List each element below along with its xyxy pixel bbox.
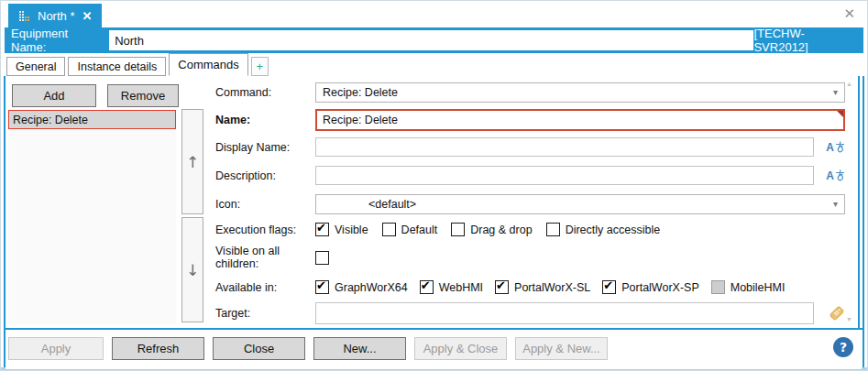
icon-dropdown[interactable]: <default> ▾ [315, 194, 845, 214]
footer-button-bar: Apply Refresh Close New... Apply & Close… [5, 330, 862, 369]
tag-icon [828, 305, 845, 322]
command-list[interactable]: Recipe: Delete [8, 110, 176, 324]
visible-all-children-label: Visible on all children: [215, 245, 315, 270]
help-button[interactable]: ? [833, 337, 853, 357]
checkbox-default[interactable]: Default [382, 223, 438, 236]
hiragana-a-glyph [835, 141, 845, 153]
question-mark-icon: ? [840, 340, 847, 355]
target-row: Target: [215, 302, 845, 324]
checkbox-checked-icon: ✔ [602, 280, 616, 294]
list-toolbar: Add Remove [12, 84, 179, 107]
command-row: Command: Recipe: Delete ▾ [215, 82, 845, 103]
equipment-name-label: Equipment Name: [11, 27, 104, 54]
command-dropdown[interactable]: Recipe: Delete ▾ [315, 82, 845, 103]
checkbox-disabled-icon [711, 280, 725, 294]
scroll-up-icon[interactable]: ▲ [846, 81, 852, 87]
checkbox-graphworx64[interactable]: ✔ GraphWorX64 [315, 280, 408, 294]
equipment-name-input[interactable] [109, 30, 753, 50]
document-tab-title: North * [38, 9, 74, 23]
checkbox-mobilehmi: MobileHMI [711, 280, 786, 294]
checkbox-webhmi[interactable]: ✔ WebHMI [420, 280, 483, 294]
name-label: Name: [215, 114, 315, 126]
execution-flags-row: Execution flags: ✔ Visible Default Drag … [215, 223, 845, 236]
new-button[interactable]: New... [313, 337, 406, 360]
checkbox-drag-drop[interactable]: Drag & drop [451, 223, 532, 236]
server-name-label: [TECHW-SVR2012] [753, 27, 857, 54]
remove-button[interactable]: Remove [107, 84, 179, 107]
description-row: Description: A [215, 166, 845, 185]
visible-all-children-row: Visible on all children: [215, 245, 845, 270]
scroll-down-icon[interactable]: ▼ [846, 316, 852, 322]
equipment-name-bar: Equipment Name: [TECHW-SVR2012] [5, 27, 863, 53]
tab-strip: General Instance details Commands + [6, 53, 858, 76]
equipment-editor-window: North * ✕ ✕ Equipment Name: [TECHW-SVR20… [0, 0, 868, 371]
tag-browse-button[interactable] [814, 305, 845, 322]
validation-corner-icon [837, 111, 843, 117]
icon-label: Icon: [215, 198, 315, 211]
display-name-input[interactable] [315, 137, 814, 157]
checkbox-unchecked-icon [382, 223, 396, 236]
apply-new-button[interactable]: Apply & New... [515, 337, 608, 360]
window-border-right [863, 76, 864, 367]
commands-tab-page: ▲ ▼ Add Remove Recipe: Delete ↑ ↓ Comman… [5, 76, 858, 328]
checkbox-unchecked-icon [546, 223, 560, 236]
refresh-button[interactable]: Refresh [112, 337, 204, 360]
checkbox-unchecked-icon [451, 223, 465, 236]
localize-icon[interactable]: A [814, 141, 845, 154]
localize-icon[interactable]: A [814, 169, 845, 182]
chevron-down-icon: ▾ [833, 199, 838, 209]
plus-icon: + [257, 60, 264, 73]
document-tab-north[interactable]: North * ✕ [8, 4, 102, 27]
icon-row: Icon: <default> ▾ [215, 194, 845, 214]
move-down-button[interactable]: ↓ [181, 217, 203, 322]
checkbox-checked-icon: ✔ [315, 280, 329, 294]
apply-close-button[interactable]: Apply & Close [414, 337, 507, 360]
description-label: Description: [215, 169, 315, 182]
close-button[interactable]: Close [213, 337, 305, 360]
available-in-group: ✔ GraphWorX64 ✔ WebHMI ✔ PortalWorX-SL ✔… [315, 280, 845, 294]
checkbox-portalworx-sl[interactable]: ✔ PortalWorX-SL [495, 280, 590, 294]
document-tab-strip: North * ✕ ✕ [1, 1, 867, 27]
target-label: Target: [215, 307, 315, 320]
description-input[interactable] [315, 166, 814, 185]
name-field-wrap [315, 109, 845, 131]
down-arrow-icon: ↓ [186, 261, 199, 279]
move-up-button[interactable]: ↑ [181, 109, 203, 214]
available-in-row: Available in: ✔ GraphWorX64 ✔ WebHMI ✔ P… [215, 280, 845, 294]
reorder-controls: ↑ ↓ [181, 109, 203, 322]
checkbox-checked-icon: ✔ [495, 280, 509, 294]
add-button[interactable]: Add [12, 84, 96, 107]
list-item-recipe-delete[interactable]: Recipe: Delete [8, 110, 176, 129]
checkbox-portalworx-sp[interactable]: ✔ PortalWorX-SP [602, 280, 699, 294]
command-form: Command: Recipe: Delete ▾ Name: Display … [215, 82, 845, 324]
content-border-right [858, 76, 860, 330]
tab-commands[interactable]: Commands [169, 53, 247, 76]
tab-add-button[interactable]: + [251, 57, 269, 76]
display-name-row: Display Name: A [215, 137, 845, 157]
execution-flags-label: Execution flags: [215, 224, 315, 236]
name-row: Name: [215, 109, 845, 131]
checkbox-unchecked-icon [315, 251, 329, 265]
checkbox-checked-icon: ✔ [420, 280, 434, 294]
checkbox-directly-accessible[interactable]: Directly accessible [546, 223, 661, 236]
tab-instance-details[interactable]: Instance details [68, 57, 166, 76]
hiragana-a-glyph [835, 169, 845, 181]
display-name-label: Display Name: [215, 141, 315, 154]
window-close-icon[interactable]: ✕ [843, 5, 855, 22]
tab-general[interactable]: General [6, 57, 65, 76]
checkbox-checked-icon: ✔ [315, 223, 329, 236]
target-input[interactable] [315, 302, 814, 324]
name-input[interactable] [315, 109, 845, 131]
up-arrow-icon: ↑ [186, 153, 199, 171]
available-in-label: Available in: [215, 281, 315, 294]
apply-button[interactable]: Apply [8, 337, 104, 360]
command-label: Command: [215, 86, 315, 99]
equipment-icon [18, 10, 30, 22]
document-tab-close-icon[interactable]: ✕ [82, 9, 92, 23]
checkbox-visible[interactable]: ✔ Visible [315, 223, 368, 236]
chevron-down-icon: ▾ [833, 87, 838, 97]
checkbox-visible-on-all-children[interactable] [315, 251, 329, 265]
execution-flags-group: ✔ Visible Default Drag & drop Directly a… [315, 223, 845, 236]
